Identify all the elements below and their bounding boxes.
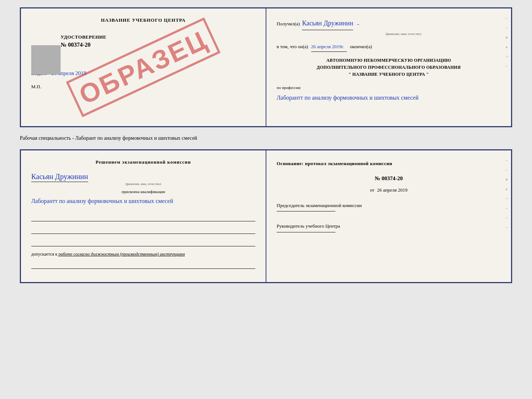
sig-line-2 xyxy=(31,226,255,234)
vtom-label: в том, что он(а) xyxy=(277,42,308,51)
org-line3: " НАЗВАНИЕ УЧЕБНОГО ЦЕНТРА " xyxy=(277,71,501,78)
ot-label: от xyxy=(370,187,374,193)
predsedatel-label: Председатель экзаменационной комиссии xyxy=(277,202,501,209)
rukovoditel-block: Руководитель учебного Центра xyxy=(277,222,501,232)
dash-separator: – xyxy=(357,19,359,28)
recipient-name-bottom: Касьян Дружинин xyxy=(31,172,88,182)
mp-line: М.П. xyxy=(31,84,255,90)
osnovanie-label: Основание: протокол экзаменационной коми… xyxy=(277,159,501,168)
udostoverenie-label: УДОСТОВЕРЕНИЕ xyxy=(61,34,107,40)
poluchil-label: Получил(а) xyxy=(277,19,300,28)
dopuskaetsya-block: допускается к работе согласно должностны… xyxy=(31,252,255,257)
kasyan-name-line: Касьян Дружинин xyxy=(31,172,255,182)
photo-placeholder xyxy=(31,45,61,75)
sig-line-3 xyxy=(31,238,255,246)
dopusk-text: работе согласно должностным (производств… xyxy=(58,252,185,257)
qualification-text: Лаборантт по анализу формовочных и шихто… xyxy=(31,196,255,206)
profession-block: по профессии Лаборантт по анализу формов… xyxy=(277,84,501,103)
right-side-chars: – – и а ← – xyxy=(506,16,510,68)
org-block: АВТОНОМНУЮ НЕКОММЕРЧЕСКУЮ ОРГАНИЗАЦИЮ ДО… xyxy=(277,57,501,78)
vydano-line: Выдано 26 апреля 2019 xyxy=(31,70,255,76)
udostoverenie-block: УДОСТОВЕРЕНИЕ № 00374-20 xyxy=(31,34,255,48)
top-right-content: Получил(а) Касьян Дружинин – (фамилия, и… xyxy=(277,17,501,103)
poluchil-line: Получил(а) Касьян Дружинин – xyxy=(277,17,501,30)
completion-date-top: 26 апреля 2019г. xyxy=(311,42,347,52)
fio-subtitle-bottom: (фамилия, имя, отчество) xyxy=(31,182,255,186)
vtom-line: в том, что он(а) 26 апреля 2019г. окончи… xyxy=(277,42,501,52)
top-doc-left: НАЗВАНИЕ УЧЕБНОГО ЦЕНТРА ОБРАЗЕЦ УДОСТОВ… xyxy=(21,8,266,126)
signature-lines xyxy=(31,213,255,246)
rukovoditel-label: Руководитель учебного Центра xyxy=(277,222,501,230)
protocol-number: № 00374-20 xyxy=(277,174,501,184)
bottom-right-side-chars: – – и а ← – – – xyxy=(506,158,510,229)
po-professii-label: по профессии xyxy=(277,84,501,92)
prisvoena-label: присвоена квалификация xyxy=(31,189,255,194)
profession-handwritten: Лаборантт по анализу формовочных и шихто… xyxy=(277,93,501,103)
predsedatel-block: Председатель экзаменационной комиссии xyxy=(277,202,501,212)
rukovoditel-sign-line xyxy=(277,232,335,232)
top-left-title: НАЗВАНИЕ УЧЕБНОГО ЦЕНТРА xyxy=(31,17,255,23)
dopuskaetsya-label: допускается к xyxy=(31,252,57,257)
bottom-doc-left: Решением экзаменационной комиссии Касьян… xyxy=(21,150,266,282)
obrazec-watermark: ОБРАЗЕЦ xyxy=(66,17,220,117)
org-line2: ДОПОЛНИТЕЛЬНОГО ПРОФЕССИОНАЛЬНОГО ОБРАЗО… xyxy=(277,64,501,71)
separator-label: Рабочая специальность - Лаборант по анал… xyxy=(20,134,512,143)
org-line1: АВТОНОМНУЮ НЕКОММЕРЧЕСКУЮ ОРГАНИЗАЦИЮ xyxy=(277,57,501,64)
sig-line-4 xyxy=(31,261,255,269)
recipient-name-top: Касьян Дружинин xyxy=(302,17,353,30)
osnovanie-block: Основание: протокол экзаменационной коми… xyxy=(277,159,501,232)
ot-date-value: 26 апреля 2019 xyxy=(377,187,407,193)
resheniem-title: Решением экзаменационной комиссии xyxy=(31,159,255,165)
bottom-doc-right: Основание: протокол экзаменационной коми… xyxy=(266,150,511,282)
okonchil-label: окончил(а) xyxy=(350,42,372,51)
sig-line-1 xyxy=(31,213,255,221)
fio-subtitle-top: (фамилия, имя, отчество) xyxy=(306,31,501,37)
udostoverenie-number: № 00374-20 xyxy=(61,42,90,48)
top-document: НАЗВАНИЕ УЧЕБНОГО ЦЕНТРА ОБРАЗЕЦ УДОСТОВ… xyxy=(20,7,512,127)
predsedatel-sign-line xyxy=(277,211,335,211)
top-doc-right: Получил(а) Касьян Дружинин – (фамилия, и… xyxy=(266,8,511,126)
bottom-document: Решением экзаменационной комиссии Касьян… xyxy=(20,149,512,283)
ot-date-line: от 26 апреля 2019 xyxy=(277,186,501,194)
